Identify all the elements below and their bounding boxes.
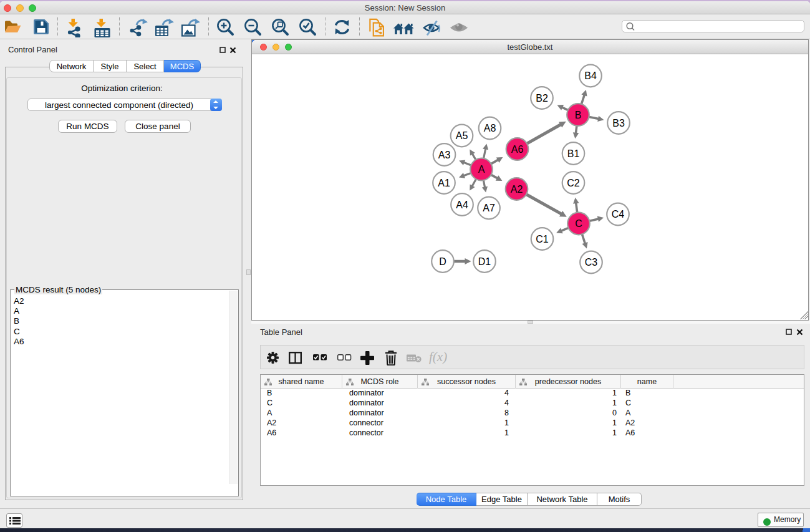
svg-text:D: D [439, 256, 446, 267]
svg-text:B3: B3 [612, 118, 625, 128]
svg-text:B4: B4 [584, 70, 597, 81]
svg-text:C1: C1 [536, 234, 549, 244]
svg-text:A6: A6 [511, 144, 524, 155]
svg-text:A1: A1 [438, 178, 450, 188]
svg-text:A8: A8 [484, 123, 496, 133]
svg-text:A5: A5 [456, 130, 468, 141]
svg-text:B2: B2 [536, 93, 548, 104]
svg-text:A4: A4 [456, 200, 468, 210]
svg-text:A: A [478, 164, 485, 175]
svg-text:C: C [575, 218, 582, 229]
svg-text:A3: A3 [438, 150, 451, 160]
svg-text:A2: A2 [511, 184, 523, 195]
svg-text:C2: C2 [567, 178, 580, 188]
svg-text:C4: C4 [612, 209, 625, 220]
svg-text:C3: C3 [585, 257, 598, 268]
svg-text:A7: A7 [483, 203, 495, 213]
svg-text:B1: B1 [567, 148, 580, 159]
svg-text:D1: D1 [478, 256, 491, 267]
svg-text:B: B [575, 110, 582, 120]
